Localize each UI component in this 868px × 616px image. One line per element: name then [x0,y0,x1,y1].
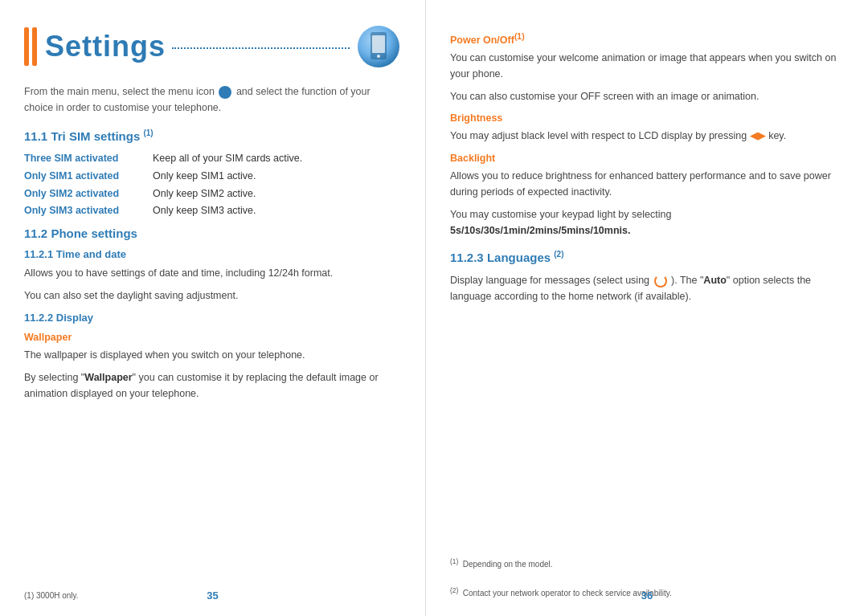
section-11-2-heading: 11.2 Phone settings [24,226,401,240]
section-11-2-1-body-0: Allows you to have settings of date and … [24,265,401,281]
right-page-number: 36 [641,589,653,602]
right-footnote-0: (1) Depending on the model. [450,557,844,570]
left-footnote: (1) 3000H only. [24,589,79,602]
svg-rect-2 [372,35,385,53]
chapter-bar-1 [24,27,29,66]
section-11-2-1-heading: 11.2.1 Time and date [24,248,401,260]
sim-row-0: Three SIM activated Keep all of your SIM… [24,151,401,166]
section-11-2-2-heading: 11.2.2 Display [24,312,401,324]
left-page-number: 35 [207,589,218,602]
left-column: Settings From the main menu, select [0,0,426,616]
svg-point-3 [377,55,380,58]
power-on-off-body-1: You can also customise your OFF screen w… [450,88,844,104]
sim-label-3: Only SIM3 activated [24,203,153,218]
backlight-body-2: You may customise your keypad light by s… [450,206,844,239]
sim-desc-2: Only keep SIM2 active. [153,186,256,202]
chapter-bar-2 [32,27,37,66]
sim-label-2: Only SIM2 activated [24,186,153,202]
right-column: Power On/Off(1) You can customise your w… [426,0,868,616]
intro-text: From the main menu, select the menu icon… [24,84,401,116]
sim-desc-3: Only keep SIM3 active. [153,203,256,218]
arrow-left-right-icon: ◀▶ [750,128,766,145]
section-11-2-1-body-1: You can also set the daylight saving adj… [24,288,401,304]
backlight-body-1: Allows you to reduce brightness for enha… [450,168,844,200]
section-11-1-heading: 11.1 Tri SIM settings (1) [24,129,401,143]
sim-table: Three SIM activated Keep all of your SIM… [24,151,401,218]
sim-label-1: Only SIM1 activated [24,169,153,184]
sim-desc-0: Keep all of your SIM cards active. [153,151,302,166]
wallpaper-body-0: The wallpaper is displayed when you swit… [24,347,401,363]
chapter-bars [24,27,37,66]
sim-desc-1: Only keep SIM1 active. [153,169,256,184]
menu-icon-inline [219,86,231,99]
wallpaper-heading: Wallpaper [24,332,401,343]
page-title: Settings [45,30,166,63]
phone-icon [356,24,401,69]
languages-body: Display language for messages (select us… [450,272,844,304]
rotate-icon [654,275,667,288]
sim-row-1: Only SIM1 activated Only keep SIM1 activ… [24,169,401,184]
brightness-body: You may adjust black level with respect … [450,128,844,145]
sim-row-2: Only SIM2 activated Only keep SIM2 activ… [24,186,401,202]
sim-label-0: Three SIM activated [24,151,153,166]
power-on-off-body-0: You can customise your welcome animation… [450,50,844,82]
wallpaper-body-1: By selecting "Wallpaper" you can customi… [24,369,401,402]
power-on-off-heading: Power On/Off(1) [450,32,844,46]
backlight-heading: Backlight [450,153,844,164]
page-header: Settings [24,24,401,69]
section-11-2-3-heading: 11.2.3 Languages (2) [450,250,844,264]
sim-row-3: Only SIM3 activated Only keep SIM3 activ… [24,203,401,218]
brightness-heading: Brightness [450,112,844,124]
dots-decoration [172,47,350,49]
